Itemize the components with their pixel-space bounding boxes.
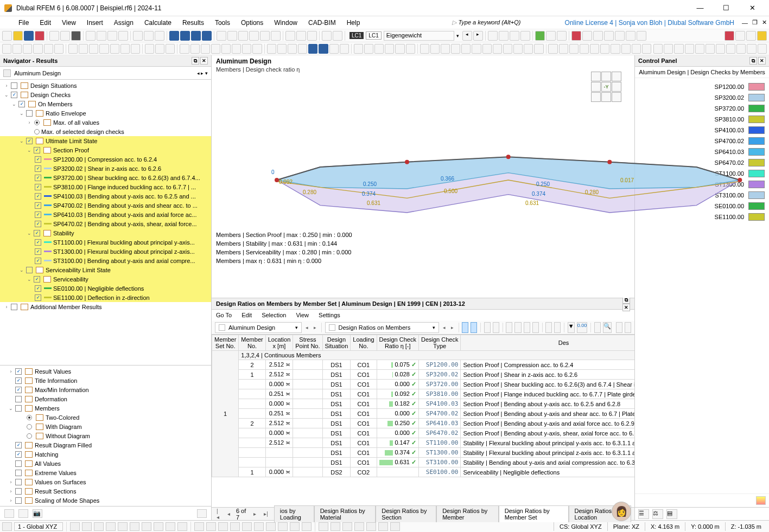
tab-design-ratios-by-section[interactable]: Design Ratios by Section (376, 505, 436, 522)
generic-tool[interactable] (593, 31, 603, 41)
generic-tool[interactable] (267, 44, 276, 54)
generic-tool[interactable] (86, 31, 96, 41)
generic-tool[interactable] (211, 44, 220, 54)
generic-tool[interactable] (12, 44, 22, 54)
generic-tool[interactable] (155, 44, 164, 54)
new-icon[interactable] (2, 31, 12, 41)
generic-tool[interactable] (653, 44, 663, 54)
generic-tool[interactable] (131, 44, 140, 54)
generic-tool[interactable] (695, 44, 704, 54)
app-icon[interactable] (2, 19, 10, 27)
opt-two-colored[interactable]: Two-Colored (0, 413, 211, 422)
menu-window[interactable]: Window (269, 17, 303, 28)
tree-max-all[interactable]: ›Max. of all values (0, 118, 211, 127)
generic-tool[interactable] (97, 31, 106, 41)
generic-tool[interactable] (548, 44, 557, 54)
generic-tool[interactable] (726, 44, 735, 54)
status-tool[interactable] (94, 522, 104, 531)
status-tool[interactable] (194, 522, 204, 531)
generic-tool[interactable] (535, 31, 545, 41)
generic-tool[interactable] (166, 44, 175, 54)
table-row[interactable]: 0.000 ≍DS1CO1 0.000 ✓SP3720.00Section Pr… (212, 380, 635, 389)
pin-icon[interactable]: ⧉ (192, 57, 199, 65)
menu-options[interactable]: Options (236, 17, 269, 28)
menu-results[interactable]: Results (177, 17, 209, 28)
prev-icon[interactable]: ◂ (441, 325, 447, 330)
undo-icon[interactable] (49, 31, 59, 41)
table-tool-icon[interactable] (506, 322, 512, 333)
status-tool[interactable] (142, 522, 151, 531)
nav-tool-icon[interactable] (18, 509, 28, 518)
legend-SP3200.02[interactable]: SP3200.02 (639, 92, 765, 103)
table-row[interactable]: 2.512 ≍DS1CO1 0.147 ✓ST1100.00Stability … (212, 438, 635, 448)
tab-ios-by-loading[interactable]: ios by Loading (274, 505, 314, 522)
generic-tool[interactable] (626, 31, 635, 41)
status-tool[interactable] (278, 522, 288, 531)
status-tool[interactable] (378, 522, 388, 531)
status-tool[interactable] (230, 522, 240, 531)
generic-tool[interactable] (747, 44, 756, 54)
generic-tool[interactable] (99, 44, 109, 54)
tmenu-settings[interactable]: Settings (319, 312, 340, 318)
tree-SE1100.00[interactable]: SE1100.00 | Deflection in z-direction (0, 293, 211, 302)
close-panel-icon[interactable]: ✕ (758, 57, 766, 65)
status-tool[interactable] (70, 522, 80, 531)
tmenu-go-to[interactable]: Go To (216, 312, 232, 318)
table-row[interactable]: 12.512 ≍DS1CO1 0.028 ✓SP3200.02Section P… (212, 370, 635, 380)
generic-tool[interactable] (202, 31, 212, 41)
generic-tool[interactable] (642, 44, 651, 54)
status-tool[interactable] (354, 522, 364, 531)
generic-tool[interactable] (513, 44, 523, 54)
generic-tool[interactable] (33, 44, 42, 54)
generic-tool[interactable] (133, 31, 143, 41)
tree-sls[interactable]: ⌄Serviceability Limit State (0, 265, 211, 274)
filter-icon[interactable]: ▼ (568, 322, 575, 333)
nav-tool-icon[interactable] (197, 509, 207, 518)
tmenu-edit[interactable]: Edit (241, 312, 252, 318)
generic-tool[interactable] (374, 44, 384, 54)
generic-tool[interactable] (144, 31, 154, 41)
generic-tool[interactable] (637, 31, 646, 41)
avatar[interactable]: 👩 (612, 502, 631, 521)
next-page-icon[interactable]: ▸ (252, 511, 258, 517)
generic-tool[interactable] (155, 31, 164, 41)
generic-tool[interactable] (252, 44, 262, 54)
tmenu-selection[interactable]: Selection (262, 312, 286, 318)
next-lc-icon[interactable]: ▸ (473, 31, 483, 41)
tab-design-ratios-by-member-set[interactable]: Design Ratios by Member Set (499, 505, 569, 522)
status-tool[interactable] (118, 522, 128, 531)
generic-tool[interactable] (308, 44, 317, 54)
generic-tool[interactable] (685, 44, 694, 54)
search-icon[interactable]: 🔍 (603, 322, 612, 333)
generic-tool[interactable] (664, 44, 673, 54)
generic-tool[interactable] (298, 44, 307, 54)
table-row[interactable]: 22.512 ≍DS1CO1 0.250 ✓SP6410.03Section P… (212, 419, 635, 428)
status-tool[interactable] (166, 522, 175, 531)
status-tool[interactable] (106, 522, 116, 531)
status-tool[interactable] (82, 522, 92, 531)
table-row[interactable]: 0.000 ≍DS1CO1 0.182 ✓SP4100.03Section Pr… (212, 399, 635, 409)
status-tool[interactable] (390, 522, 400, 531)
pin-icon[interactable]: ⧉ (749, 57, 757, 65)
generic-tool[interactable] (493, 44, 502, 54)
tree-design-situations[interactable]: ›Design Situations (0, 81, 211, 90)
opt-values-on-surfaces[interactable]: ›Values on Surfaces (0, 477, 211, 486)
status-tool[interactable] (2, 522, 12, 531)
tab-design-ratios-by-member[interactable]: Design Ratios by Member (436, 505, 499, 522)
table-row[interactable]: DS1CO1 0.374 ✓ST1300.00Stability | Flexu… (212, 448, 635, 458)
generic-tool[interactable] (249, 31, 259, 41)
menu-tools[interactable]: Tools (209, 17, 236, 28)
generic-tool[interactable] (724, 31, 734, 41)
tree-design-checks[interactable]: ⌄Design Checks (0, 90, 211, 99)
generic-tool[interactable] (288, 44, 297, 54)
generic-tool[interactable] (569, 44, 579, 54)
generic-tool[interactable] (615, 31, 625, 41)
generic-tool[interactable] (340, 44, 349, 54)
tree-SP6410.03[interactable]: SP6410.03 | Bending about y-axis and axi… (0, 210, 211, 219)
workplane-combo[interactable]: 1 - Global XYZ (14, 522, 63, 531)
menu-help[interactable]: Help (341, 17, 366, 28)
generic-tool[interactable] (546, 31, 556, 41)
tree-uls[interactable]: ⌄Ultimate Limit State (0, 136, 211, 145)
generic-tool[interactable] (385, 44, 394, 54)
last-page-icon[interactable]: ▸| (262, 511, 270, 517)
